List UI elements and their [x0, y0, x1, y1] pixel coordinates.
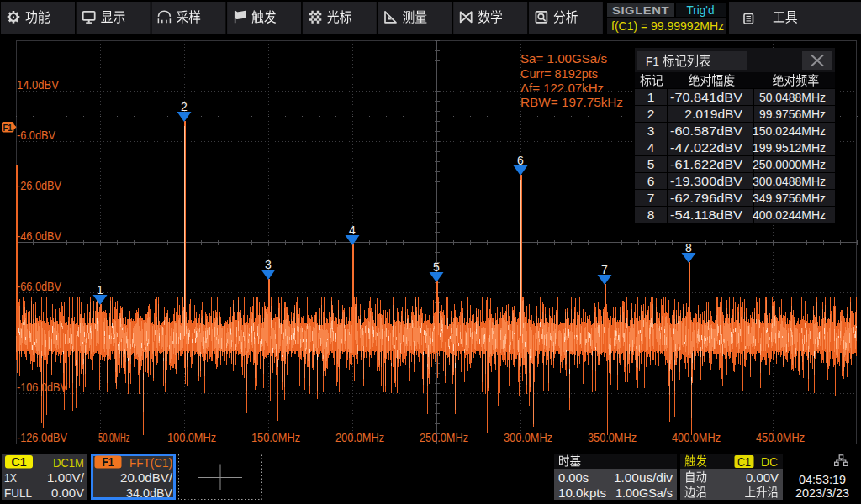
- svg-text:6: 6: [647, 174, 655, 188]
- svg-text:0.00V: 0.00V: [746, 470, 779, 485]
- svg-text:-6.0dBV: -6.0dBV: [17, 128, 56, 142]
- svg-text:150.0MHz: 150.0MHz: [251, 430, 300, 444]
- svg-text:5: 5: [433, 260, 440, 274]
- svg-text:200.0MHz: 200.0MHz: [335, 430, 384, 444]
- svg-text:7: 7: [601, 263, 608, 276]
- svg-text:DC1M: DC1M: [53, 455, 84, 470]
- svg-text:Curr= 8192pts: Curr= 8192pts: [520, 66, 598, 81]
- svg-text:400.0244MHz: 400.0244MHz: [753, 207, 826, 222]
- svg-text:Trig'd: Trig'd: [687, 3, 715, 17]
- svg-text:450.0MHz: 450.0MHz: [756, 430, 805, 444]
- svg-text:6: 6: [517, 154, 524, 167]
- svg-text:0.00V: 0.00V: [51, 486, 84, 500]
- svg-text:Δf= 122.07kHz: Δf= 122.07kHz: [520, 81, 604, 95]
- svg-text:1: 1: [647, 90, 655, 104]
- svg-text:20.0dBV/: 20.0dBV/: [120, 470, 173, 485]
- svg-text:C1: C1: [12, 454, 27, 469]
- svg-text:SIGLENT: SIGLENT: [612, 4, 669, 17]
- svg-text:f(C1) = 99.99992MHz: f(C1) = 99.99992MHz: [611, 19, 724, 33]
- svg-text:34.0dBV: 34.0dBV: [126, 486, 172, 500]
- svg-text:2: 2: [181, 100, 188, 113]
- svg-text:-26.0dBV: -26.0dBV: [17, 178, 62, 192]
- svg-text:C1: C1: [737, 455, 751, 469]
- svg-text:8: 8: [685, 241, 692, 255]
- svg-text:5: 5: [647, 157, 655, 171]
- svg-text:3: 3: [265, 258, 272, 271]
- svg-text:1X: 1X: [4, 470, 17, 485]
- svg-text:-70.841dBV: -70.841dBV: [670, 90, 743, 104]
- svg-text:10.0kpts: 10.0kpts: [558, 486, 606, 500]
- svg-text:300.0MHz: 300.0MHz: [504, 430, 552, 444]
- svg-text:-19.300dBV: -19.300dBV: [670, 174, 743, 188]
- svg-text:50.0488MHz: 50.0488MHz: [759, 90, 826, 104]
- svg-text:RBW= 197.75kHz: RBW= 197.75kHz: [520, 95, 623, 109]
- svg-text:0.00s: 0.00s: [558, 470, 589, 485]
- svg-text:14.0dBV: 14.0dBV: [17, 77, 60, 92]
- svg-text:100.0MHz: 100.0MHz: [167, 430, 216, 444]
- svg-text:-47.022dBV: -47.022dBV: [670, 140, 743, 155]
- svg-text:250.0000MHz: 250.0000MHz: [753, 157, 826, 171]
- svg-text:400.0MHz: 400.0MHz: [672, 430, 721, 444]
- svg-text:349.9756MHz: 349.9756MHz: [753, 191, 826, 205]
- svg-text:-61.622dBV: -61.622dBV: [670, 157, 743, 171]
- svg-text:-54.118dBV: -54.118dBV: [670, 207, 743, 222]
- svg-text:-126.0dBV: -126.0dBV: [17, 430, 68, 444]
- svg-text:99.9756MHz: 99.9756MHz: [759, 107, 826, 121]
- svg-text:1: 1: [97, 283, 103, 297]
- svg-text:50.0MHz: 50.0MHz: [98, 430, 130, 444]
- svg-text:04:53:19: 04:53:19: [799, 472, 846, 486]
- svg-text:-106.0dBV: -106.0dBV: [17, 380, 68, 394]
- svg-text:-62.796dBV: -62.796dBV: [670, 191, 743, 205]
- svg-text:F1: F1: [646, 54, 659, 68]
- svg-text:2023/3/23: 2023/3/23: [795, 486, 849, 500]
- svg-text:8: 8: [647, 207, 655, 222]
- svg-text:7: 7: [647, 191, 655, 205]
- svg-text:250.0MHz: 250.0MHz: [420, 430, 468, 444]
- svg-text:350.0MHz: 350.0MHz: [588, 430, 637, 444]
- svg-text:FULL: FULL: [4, 486, 32, 500]
- svg-text:-66.0dBV: -66.0dBV: [17, 279, 62, 293]
- svg-text:2: 2: [647, 107, 655, 121]
- svg-text:4: 4: [647, 140, 655, 155]
- svg-text:1.00GSa/s: 1.00GSa/s: [615, 486, 673, 500]
- svg-text:199.9512MHz: 199.9512MHz: [753, 140, 826, 155]
- svg-text:4: 4: [349, 223, 356, 237]
- svg-text:DC: DC: [761, 455, 778, 469]
- svg-text:300.0488MHz: 300.0488MHz: [753, 174, 826, 188]
- svg-text:FFT(C1): FFT(C1): [129, 455, 172, 470]
- svg-text:2.019dBV: 2.019dBV: [684, 107, 742, 121]
- svg-text:-60.587dBV: -60.587dBV: [670, 123, 743, 138]
- svg-text:-46.0dBV: -46.0dBV: [17, 228, 62, 243]
- svg-text:1.00us/div: 1.00us/div: [614, 470, 673, 485]
- svg-text:Sa= 1.00GSa/s: Sa= 1.00GSa/s: [520, 51, 607, 66]
- svg-text:1.00V/: 1.00V/: [47, 470, 85, 485]
- svg-text:3: 3: [647, 123, 655, 138]
- svg-text:F1: F1: [3, 123, 13, 133]
- svg-text:F1: F1: [103, 454, 114, 469]
- svg-text:150.0244MHz: 150.0244MHz: [753, 123, 826, 138]
